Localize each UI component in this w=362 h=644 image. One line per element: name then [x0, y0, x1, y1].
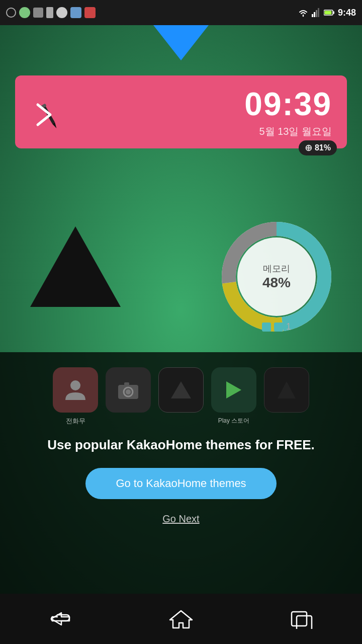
clock-left	[30, 97, 70, 127]
svg-rect-6	[324, 11, 331, 15]
bottom-area: 전화무	[0, 352, 362, 594]
donut-label: 메모리	[262, 263, 291, 275]
battery-badge: ⊕ 81%	[299, 140, 337, 155]
donut-apps-row: 1	[262, 321, 291, 332]
donut-app-count: 1	[286, 321, 291, 332]
promo-text: Use popular KakaoHome themes for FREE.	[17, 436, 345, 454]
donut-chart: 메모리 48% 1	[211, 211, 342, 342]
battery-percent: 81%	[315, 143, 331, 152]
goto-kakaohome-button[interactable]: Go to KakaoHome themes	[85, 468, 276, 499]
app-icon-item-playstore: Play 스토어	[211, 367, 256, 425]
svg-rect-2	[316, 10, 317, 17]
playstore-icon	[221, 377, 246, 403]
recents-icon	[289, 609, 315, 629]
donut-app-dot	[262, 323, 271, 332]
svg-rect-3	[318, 8, 319, 17]
status-bar: 9:48	[0, 0, 362, 25]
app-icon-2	[33, 8, 43, 18]
app-icon-5	[84, 7, 96, 18]
app-icon-item-extra	[264, 367, 309, 417]
app-icon-box-triangle	[158, 367, 204, 413]
app-icons-row: 전화무	[0, 367, 362, 426]
extra-app-icon	[274, 377, 299, 403]
svg-point-15	[70, 380, 80, 390]
svg-point-18	[126, 389, 131, 394]
donut-app-dot-2	[274, 323, 283, 332]
person-icon	[63, 377, 88, 403]
app-icon-box-extra	[264, 367, 309, 413]
app-icon-box-playstore	[211, 367, 256, 413]
battery-plus-icon: ⊕	[305, 142, 312, 153]
usb-icon	[46, 7, 53, 18]
clock-date: 5월 13일 월요일	[244, 125, 332, 138]
app-icon-1	[19, 7, 30, 18]
svg-marker-21	[226, 381, 241, 398]
main-background: 09:39 5월 13일 월요일 ⊕ 81% 메모리 48%	[0, 25, 362, 594]
clock-widget: 09:39 5월 13일 월요일 ⊕ 81%	[15, 75, 347, 148]
location-icon	[6, 8, 16, 18]
svg-rect-5	[333, 12, 334, 14]
app-icon-item-camera	[106, 367, 151, 417]
triangle-app-icon	[168, 377, 194, 403]
black-triangle-decoration	[30, 226, 121, 307]
back-button[interactable]	[40, 604, 80, 634]
knife-icon	[30, 97, 70, 127]
app-icon-4	[70, 7, 81, 18]
camera-icon	[116, 377, 141, 403]
svg-marker-23	[170, 611, 192, 628]
svg-marker-20	[171, 381, 191, 398]
wifi-icon	[298, 8, 309, 17]
blue-triangle-decoration	[153, 25, 209, 60]
status-icons-right: 9:48	[298, 8, 356, 18]
nav-bar	[0, 594, 362, 644]
clock-time: 09:39	[244, 86, 332, 123]
svg-rect-0	[312, 14, 313, 17]
home-button[interactable]	[161, 604, 201, 634]
app-icon-3	[56, 7, 67, 18]
recents-button[interactable]	[282, 604, 322, 634]
svg-rect-25	[297, 616, 312, 629]
app-icon-box-camera	[106, 367, 151, 413]
status-icons-left	[6, 7, 96, 18]
svg-marker-22	[278, 381, 296, 398]
app-label-phone: 전화무	[66, 417, 85, 426]
battery-icon	[324, 9, 335, 16]
app-icon-item-triangle	[158, 367, 204, 417]
home-icon	[168, 609, 194, 629]
svg-rect-24	[292, 612, 307, 626]
go-next-button[interactable]: Go Next	[162, 513, 199, 525]
svg-rect-1	[314, 12, 315, 17]
donut-center-text: 메모리 48%	[262, 263, 291, 291]
back-icon	[47, 610, 73, 628]
clock-right: 09:39 5월 13일 월요일	[244, 86, 332, 138]
signal-icon	[312, 8, 321, 17]
app-icon-box-phone	[53, 367, 98, 413]
app-label-playstore: Play 스토어	[218, 417, 250, 425]
svg-rect-19	[124, 382, 129, 385]
status-time: 9:48	[338, 8, 356, 18]
app-icon-item-phone: 전화무	[53, 367, 98, 426]
donut-percent: 48%	[262, 275, 291, 290]
